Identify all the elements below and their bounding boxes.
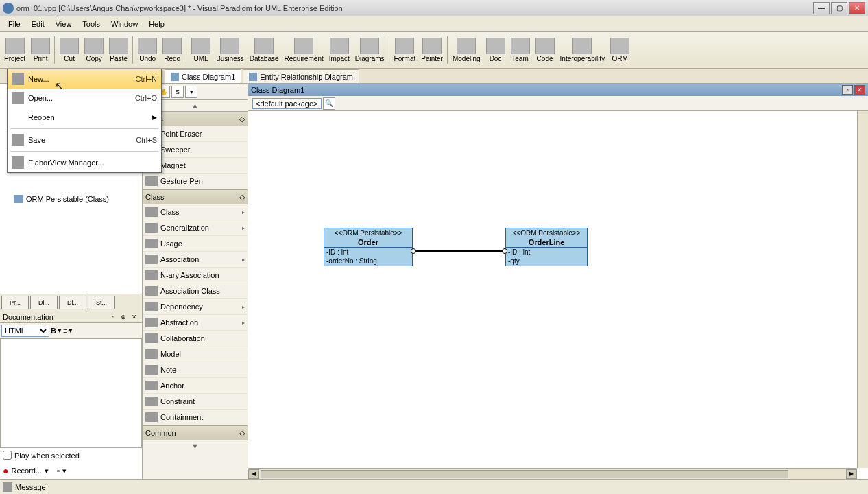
tb-interop[interactable]: Interoperability bbox=[557, 36, 608, 64]
palette-gesture-pen[interactable]: Gesture Pen bbox=[143, 174, 248, 189]
tb-uml[interactable]: UML bbox=[189, 36, 213, 64]
menu-view[interactable]: View bbox=[50, 19, 77, 30]
expand-icon[interactable]: ◇ bbox=[239, 193, 245, 202]
palette-note[interactable]: Note bbox=[143, 362, 248, 378]
tb-business[interactable]: Business bbox=[213, 36, 247, 64]
containment-icon bbox=[145, 412, 158, 422]
palette-class[interactable]: Class▸ bbox=[143, 204, 248, 220]
menu-new[interactable]: New... Ctrl+N bbox=[8, 69, 161, 89]
dropdown-icon[interactable]: ▾ bbox=[185, 86, 197, 98]
palette-association-class[interactable]: Association Class bbox=[143, 283, 248, 299]
tb-code[interactable]: Code bbox=[533, 36, 557, 64]
doc-restore-icon[interactable]: ▫ bbox=[108, 312, 117, 322]
palette-collaboration[interactable]: Collaboration bbox=[143, 331, 248, 346]
tb-redo[interactable]: Redo bbox=[160, 36, 184, 64]
tb-impact[interactable]: Impact bbox=[326, 36, 352, 64]
palette-usage[interactable]: Usage bbox=[143, 236, 248, 252]
palette-abstraction[interactable]: Abstraction▸ bbox=[143, 315, 248, 331]
uml-class-orderline[interactable]: <<ORM Persistable>> OrderLine -ID : int … bbox=[505, 228, 588, 266]
anchor-icon bbox=[145, 381, 158, 390]
select-icon[interactable]: S bbox=[171, 86, 184, 98]
align-button[interactable]: ≡ bbox=[63, 327, 67, 335]
menu-open[interactable]: Open... Ctrl+O bbox=[8, 89, 161, 108]
expand-icon[interactable]: ◇ bbox=[239, 429, 245, 438]
tb-painter[interactable]: Painter bbox=[418, 36, 446, 64]
doc-format-select[interactable]: HTML bbox=[1, 325, 49, 337]
documentation-header: Documentation ▫ ⊕ ✕ bbox=[0, 311, 142, 323]
menu-save[interactable]: Save Ctrl+S bbox=[8, 130, 161, 150]
nav-tab-stencil[interactable]: St... bbox=[88, 296, 115, 309]
nav-tab-project[interactable]: Pr... bbox=[1, 296, 29, 309]
palette-class-section[interactable]: Class◇ bbox=[143, 189, 248, 204]
expand-icon[interactable]: ◇ bbox=[239, 115, 245, 124]
canvas-restore-button[interactable]: ▫ bbox=[842, 85, 853, 95]
tb-database[interactable]: Database bbox=[247, 36, 282, 64]
horizontal-scrollbar[interactable]: ◀ ▶ bbox=[248, 468, 857, 479]
palette-model[interactable]: Model bbox=[143, 346, 248, 362]
search-icon[interactable]: 🔍 bbox=[323, 97, 335, 110]
tb-doc[interactable]: Doc bbox=[483, 36, 508, 64]
tree-item-orm-persistable[interactable]: ORM Persistable (Class) bbox=[0, 193, 142, 204]
palette-anchor[interactable]: Anchor bbox=[143, 378, 248, 394]
bold-button[interactable]: B bbox=[51, 327, 56, 335]
tb-copy[interactable]: Copy bbox=[82, 36, 106, 64]
tb-project[interactable]: Project bbox=[1, 36, 28, 64]
menu-help[interactable]: Help bbox=[143, 19, 170, 30]
menu-elaborview-manager[interactable]: ElaborView Manager... bbox=[8, 153, 161, 172]
association-icon bbox=[145, 255, 158, 264]
doc-pin-icon[interactable]: ⊕ bbox=[119, 312, 128, 322]
palette-nary-association[interactable]: N-ary Association bbox=[143, 268, 248, 283]
dropdown-icon[interactable]: ▾ bbox=[69, 326, 73, 335]
palette-containment[interactable]: Containment bbox=[143, 410, 248, 425]
palette-down-arrow[interactable]: ▼ bbox=[143, 440, 248, 451]
package-breadcrumb[interactable]: <default package> bbox=[252, 98, 322, 109]
vertical-scrollbar[interactable] bbox=[857, 111, 868, 468]
palette-constraint[interactable]: Constraint bbox=[143, 394, 248, 410]
status-message[interactable]: Message bbox=[15, 483, 46, 491]
doc-close-icon[interactable]: ✕ bbox=[130, 312, 139, 322]
tb-modeling[interactable]: Modeling bbox=[450, 36, 483, 64]
tb-print[interactable]: Print bbox=[28, 36, 53, 64]
dropdown-icon[interactable]: ▾ bbox=[62, 467, 67, 475]
menu-tools[interactable]: Tools bbox=[77, 19, 106, 30]
doc-text-area[interactable] bbox=[0, 338, 142, 448]
tb-team[interactable]: Team bbox=[508, 36, 533, 64]
palette-association[interactable]: Association▸ bbox=[143, 252, 248, 268]
palette-dependency[interactable]: Dependency▸ bbox=[143, 299, 248, 315]
nav-tab-diagram1[interactable]: Di... bbox=[30, 296, 58, 309]
uml-association[interactable] bbox=[413, 250, 505, 252]
window-title: orm_01.vpp [C:\Users\Angus Chan\vpworksp… bbox=[16, 4, 813, 12]
tb-cut[interactable]: Cut bbox=[57, 36, 82, 64]
palette-common-section[interactable]: Common◇ bbox=[143, 425, 248, 440]
play-checkbox[interactable] bbox=[3, 451, 12, 460]
record-button[interactable]: Record... bbox=[11, 467, 42, 475]
diagram-canvas[interactable]: <<ORM Persistable>> Order -ID : int -ord… bbox=[248, 111, 868, 479]
tab-class-diagram[interactable]: Class Diagram1 bbox=[165, 69, 241, 83]
tb-undo[interactable]: Undo bbox=[135, 36, 160, 64]
dropdown-icon[interactable]: ▾ bbox=[58, 326, 62, 335]
menu-file[interactable]: File bbox=[3, 19, 26, 30]
menu-window[interactable]: Window bbox=[106, 19, 143, 30]
tb-requirement[interactable]: Requirement bbox=[282, 36, 326, 64]
tb-paste[interactable]: Paste bbox=[106, 36, 131, 64]
nav-tab-diagram2[interactable]: Di... bbox=[59, 296, 86, 309]
canvas-close-button[interactable]: ✕ bbox=[854, 85, 865, 95]
abstraction-icon bbox=[145, 318, 158, 327]
menu-edit[interactable]: Edit bbox=[26, 19, 50, 30]
minimize-button[interactable]: — bbox=[813, 2, 830, 14]
save-icon[interactable]: ▫ bbox=[57, 467, 60, 475]
tb-diagrams[interactable]: Diagrams bbox=[352, 36, 387, 64]
uml-class-order[interactable]: <<ORM Persistable>> Order -ID : int -ord… bbox=[324, 228, 413, 266]
tb-format[interactable]: Format bbox=[391, 36, 419, 64]
scroll-thumb[interactable] bbox=[261, 470, 788, 478]
tab-erd[interactable]: Entity Relationship Diagram bbox=[243, 69, 359, 83]
scroll-right-icon[interactable]: ▶ bbox=[846, 469, 857, 479]
scroll-left-icon[interactable]: ◀ bbox=[248, 469, 259, 479]
menu-reopen[interactable]: Reopen ▶ bbox=[8, 108, 161, 127]
tb-orm[interactable]: ORM bbox=[607, 36, 632, 64]
maximize-button[interactable]: ▢ bbox=[831, 2, 847, 14]
palette-generalization[interactable]: Generalization▸ bbox=[143, 220, 248, 236]
close-button[interactable]: ✕ bbox=[849, 2, 865, 14]
dropdown-icon[interactable]: ▾ bbox=[45, 467, 49, 475]
generalization-icon bbox=[145, 223, 158, 233]
